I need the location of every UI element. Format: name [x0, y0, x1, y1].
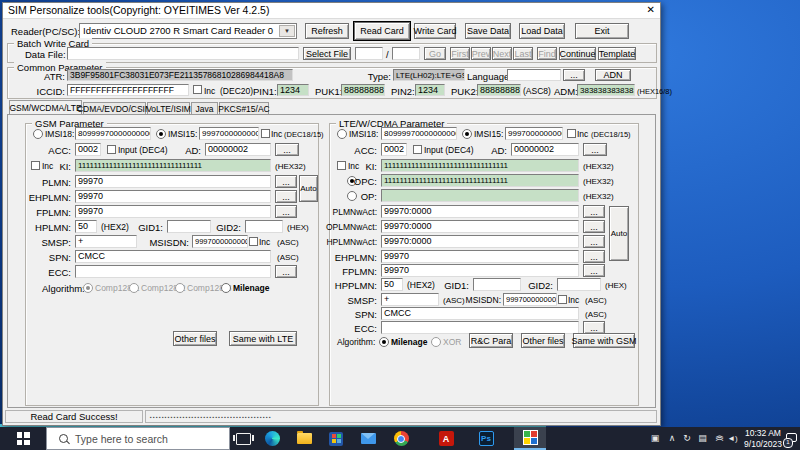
lte-hplmnwact-browse-button[interactable]: ...	[583, 235, 605, 248]
adn-button[interactable]: ADN	[595, 69, 631, 81]
page-total-field[interactable]	[392, 47, 420, 60]
gsm-ad-browse-button[interactable]: ...	[275, 143, 299, 156]
tray-expand-button[interactable]: ∧	[665, 427, 679, 450]
lte-opc-field[interactable]: 11111111111111111111111111111111	[381, 174, 579, 187]
exit-button[interactable]: Exit	[575, 23, 629, 39]
gsm-comp128-3-radio[interactable]	[175, 283, 185, 293]
lte-milenage-radio[interactable]	[379, 337, 389, 347]
gsm-ad-field[interactable]: 00000002	[205, 143, 271, 156]
gsm-other-files-button[interactable]: Other files	[173, 331, 217, 346]
read-card-button[interactable]: Read Card	[354, 22, 410, 40]
taskbar-search-box[interactable]: Type here to search	[46, 427, 230, 450]
pin2-field[interactable]: 1234	[415, 84, 445, 96]
lte-op-field[interactable]	[381, 189, 579, 202]
gsm-ehplmn-browse-button[interactable]: ...	[275, 190, 297, 203]
lte-imsi15-field[interactable]: 999700000000001	[505, 127, 563, 140]
lte-imsi18-field[interactable]: 809999700000000001	[381, 127, 457, 140]
select-file-button[interactable]: Select File	[303, 47, 351, 60]
volume-tray-button[interactable]: ◄)	[725, 427, 740, 450]
gsm-plmn-field[interactable]: 99970	[75, 175, 271, 188]
language-browse-button[interactable]: ...	[563, 69, 585, 81]
lte-hplmnwact-field[interactable]: 99970:0000	[381, 235, 579, 248]
find-button[interactable]: Find	[537, 47, 557, 60]
gsm-fplmn-browse-button[interactable]: ...	[275, 205, 297, 218]
refresh-button[interactable]: Refresh	[305, 23, 349, 39]
puk1-field[interactable]: 88888888	[341, 84, 385, 96]
lte-fplmn-field[interactable]: 99970	[381, 264, 579, 277]
first-button[interactable]: First	[450, 47, 470, 60]
iccid-inc-checkbox[interactable]	[193, 85, 202, 94]
next-button[interactable]: Next	[492, 47, 512, 60]
gsm-msisdn-field[interactable]: 999700000000001	[192, 235, 248, 248]
lte-spn-field[interactable]: CMCC	[381, 307, 579, 320]
lte-other-files-button[interactable]: Other files	[521, 333, 565, 348]
widgets-tray-button[interactable]: ▣	[646, 427, 664, 450]
lte-gid2-field[interactable]	[557, 278, 601, 291]
mail-taskbar-button[interactable]	[356, 427, 380, 450]
reader-combobox[interactable]: Identiv CLOUD 2700 R Smart Card Reader 0…	[79, 23, 297, 39]
chevron-down-icon[interactable]: ▼	[279, 25, 295, 37]
lte-same-with-gsm-button[interactable]: Same with GSM	[573, 333, 635, 348]
lte-plmnwact-field[interactable]: 99970:0000	[381, 205, 579, 218]
gsm-fplmn-field[interactable]: 99970	[75, 205, 271, 218]
lte-msisdn-field[interactable]: 999700000000001	[503, 293, 557, 306]
gsm-auto-button[interactable]: Auto	[299, 175, 318, 202]
gsm-imsi18-field[interactable]: 809999700000000001	[75, 127, 151, 140]
sync-tray-button[interactable]: ↻	[680, 427, 694, 450]
lte-ad-browse-button[interactable]: ...	[583, 143, 607, 156]
pin1-field[interactable]: 1234	[277, 84, 309, 96]
gsm-comp128-2-radio[interactable]	[129, 283, 139, 293]
gsm-ehplmn-field[interactable]: 99970	[75, 190, 271, 203]
adm-field[interactable]: 3838383838383838	[577, 84, 635, 96]
lte-ki-inc-checkbox[interactable]	[337, 161, 346, 170]
continue-button[interactable]: Continue	[559, 47, 596, 60]
gsm-gid2-field[interactable]	[245, 220, 283, 233]
gsm-ki-inc-checkbox[interactable]	[31, 161, 40, 170]
lte-ad-field[interactable]: 00000002	[511, 143, 579, 156]
lte-oplmnwact-field[interactable]: 99970:0000	[381, 220, 579, 233]
acrobat-taskbar-button[interactable]: A	[434, 427, 458, 450]
lte-smsp-field[interactable]: +	[381, 293, 439, 306]
lte-ehplmn-browse-button[interactable]: ...	[583, 250, 605, 263]
keyboard-tray-button[interactable]: ▤	[695, 427, 710, 450]
lte-plmnwact-browse-button[interactable]: ...	[583, 205, 605, 218]
lte-ki-field[interactable]: 11111111111111111111111111111111	[381, 159, 579, 172]
lte-imsi15-radio[interactable]	[462, 129, 472, 139]
notification-center-button[interactable]: 1	[786, 433, 797, 442]
gsm-spn-field[interactable]: CMCC	[75, 250, 271, 263]
gsm-plmn-browse-button[interactable]: ...	[275, 175, 297, 188]
lte-msisdn-inc-checkbox[interactable]	[558, 295, 567, 304]
lte-xor-radio[interactable]	[431, 337, 441, 347]
gsm-comp128-1-radio[interactable]	[83, 283, 93, 293]
store-taskbar-button[interactable]	[324, 427, 348, 450]
page-current-field[interactable]	[355, 47, 383, 60]
gsm-imsi-inc-checkbox[interactable]	[261, 129, 270, 138]
prev-button[interactable]: Prev	[471, 47, 491, 60]
load-data-button[interactable]: Load Data	[519, 23, 565, 39]
lte-fplmn-browse-button[interactable]: ...	[583, 264, 605, 277]
lte-imsi18-radio[interactable]	[337, 129, 347, 139]
lte-acc-input-checkbox[interactable]	[413, 145, 422, 154]
taskbar-clock[interactable]: 10:32 AM 9/10/2023	[740, 428, 786, 449]
gsm-imsi15-field[interactable]: 999700000000001	[199, 127, 259, 140]
gsm-milenage-radio[interactable]	[221, 283, 231, 293]
template-button[interactable]: Template	[598, 47, 636, 60]
gsm-hplmn-field[interactable]: 50	[75, 220, 97, 233]
task-view-button[interactable]	[231, 427, 255, 450]
language-field[interactable]	[507, 69, 561, 81]
data-file-field[interactable]	[67, 47, 299, 60]
lte-acc-field[interactable]: 0002	[381, 143, 407, 156]
lte-hpplmn-field[interactable]: 50	[381, 278, 403, 291]
file-explorer-taskbar-button[interactable]	[292, 427, 316, 450]
lte-rc-para-button[interactable]: R&C Para	[469, 333, 513, 348]
iccid-field[interactable]: FFFFFFFFFFFFFFFFFFFF	[67, 84, 189, 96]
gsm-same-with-lte-button[interactable]: Same with LTE	[229, 331, 297, 346]
write-card-button[interactable]: Write Card	[414, 23, 456, 39]
gsm-imsi15-radio[interactable]	[156, 129, 166, 139]
sim-tool-taskbar-button[interactable]	[514, 427, 546, 450]
go-button[interactable]: Go	[424, 47, 446, 60]
edge-taskbar-button[interactable]	[260, 427, 284, 450]
gsm-gid1-field[interactable]	[167, 220, 211, 233]
lte-auto-button[interactable]: Auto	[609, 206, 629, 261]
gsm-msisdn-inc-checkbox[interactable]	[249, 237, 258, 246]
